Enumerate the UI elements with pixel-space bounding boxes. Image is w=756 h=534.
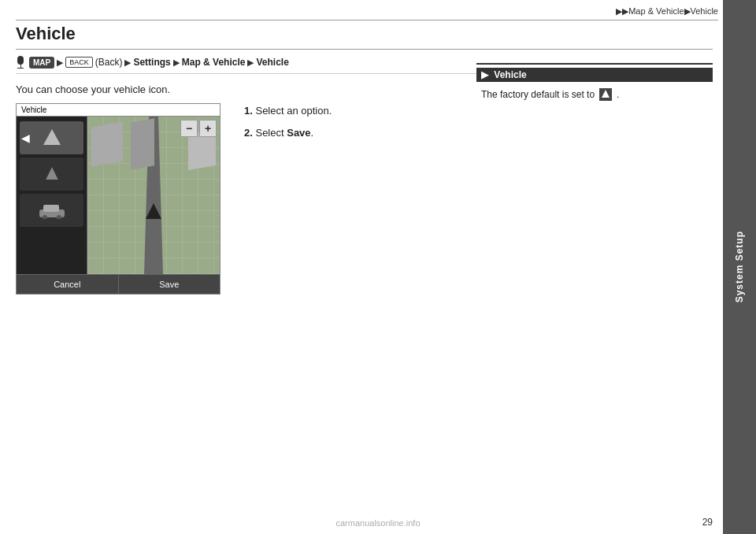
screen-action-buttons: Cancel Save (17, 274, 220, 294)
step-2: 2. Select Save. (244, 125, 713, 141)
nav-arrow-4: ▶ (247, 57, 254, 68)
page-title: Vehicle (16, 24, 713, 50)
screen-title-bar: Vehicle (17, 104, 220, 117)
steps-panel: 1. Select an option. 2. Select Save. (244, 103, 713, 146)
zoom-controls: − + (180, 120, 217, 137)
vehicle-icon-arrow-up (40, 126, 64, 150)
note-text: The factory default is set to (481, 89, 595, 100)
note-title-text: Vehicle (494, 69, 526, 80)
vehicle-icon-arrow-2 (42, 164, 62, 184)
map-building-1 (91, 121, 123, 166)
zoom-in-button[interactable]: + (199, 120, 217, 137)
map-grid: − + (87, 117, 220, 274)
mic-icon (16, 56, 25, 69)
watermark: carmanualsonline.info (335, 518, 420, 528)
map-building-3 (131, 118, 154, 169)
nav-vehicle: Vehicle (256, 57, 288, 68)
note-area: ▶ Vehicle The factory default is set to … (476, 63, 713, 104)
top-divider (16, 20, 718, 20)
note-period: . (617, 89, 619, 100)
step-2-number: 2. (244, 127, 253, 139)
step-2-text: Select Save. (255, 127, 313, 139)
selection-indicator: ◀ (21, 132, 30, 144)
step-1: 1. Select an option. (244, 103, 713, 119)
sidebar-label: System Setup (734, 231, 745, 302)
nav-arrow-3: ▶ (173, 57, 180, 68)
default-vehicle-icon (599, 88, 612, 101)
note-content: The factory default is set to . (476, 85, 713, 104)
step-1-number: 1. (244, 105, 253, 117)
cancel-button[interactable]: Cancel (17, 275, 119, 294)
step-1-text: Select an option. (255, 105, 332, 117)
two-column-layout: Vehicle ◀ (16, 103, 713, 295)
sidebar-tab: System Setup (723, 0, 756, 534)
screen-mockup: Vehicle ◀ (16, 103, 220, 295)
note-title: ▶ Vehicle (476, 68, 713, 82)
nav-map-vehicle: Map & Vehicle (182, 57, 246, 68)
back-label: (Back) (95, 57, 123, 68)
zoom-out-button[interactable]: − (180, 120, 198, 137)
vehicle-option-3[interactable] (20, 194, 83, 227)
map-vehicle-indicator (146, 203, 161, 219)
vehicle-options-panel: ◀ (17, 117, 87, 274)
back-button: BACK (65, 57, 93, 68)
page-number: 29 (702, 517, 713, 528)
vehicle-option-1[interactable]: ◀ (20, 121, 83, 154)
svg-marker-0 (43, 129, 61, 145)
map-button: MAP (29, 57, 54, 69)
screen-body: ◀ (17, 117, 220, 274)
save-button[interactable]: Save (119, 275, 220, 294)
nav-arrow-2: ▶ (124, 57, 131, 68)
note-icon: ▶ (481, 69, 488, 80)
nav-settings: Settings (133, 57, 170, 68)
vehicle-icon-car (38, 202, 66, 219)
svg-rect-3 (43, 205, 59, 212)
breadcrumb: ▶▶Map & Vehicle▶Vehicle (616, 6, 718, 17)
map-panel: − + (87, 117, 220, 274)
svg-marker-1 (46, 167, 58, 180)
vehicle-option-2[interactable] (20, 158, 83, 191)
nav-arrow-1: ▶ (57, 57, 63, 68)
note-box: ▶ Vehicle The factory default is set to … (476, 63, 713, 104)
